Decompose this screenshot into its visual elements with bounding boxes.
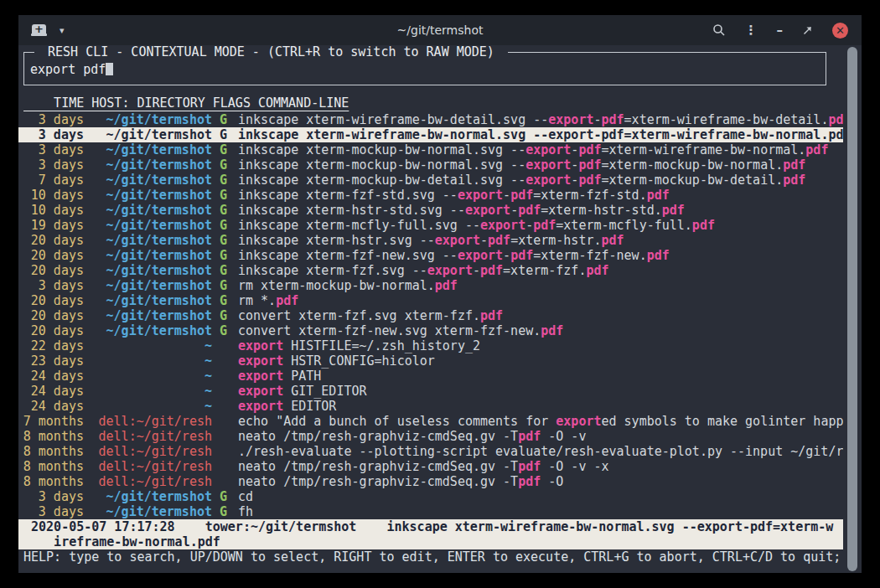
history-row[interactable]: 20 days~/git/termshotGinkscape xterm-fzf… xyxy=(18,248,843,263)
row-command: neato /tmp/resh-graphviz-cmdSeq.gv -Tpdf… xyxy=(238,459,843,474)
row-flags: G xyxy=(220,112,227,127)
history-row[interactable]: 24 days~export PATH xyxy=(18,369,843,384)
history-row[interactable]: 20 days~/git/termshotGconvert xterm-fzf-… xyxy=(18,323,843,338)
match-highlight: pdf xyxy=(578,157,601,173)
match-highlight: export xyxy=(525,157,571,173)
command-text: =xterm-wireframe-bw-detail. xyxy=(624,112,829,127)
row-host-directory: ~/git/termshot xyxy=(91,308,212,323)
match-highlight: export xyxy=(548,127,593,142)
row-command: convert xterm-fzf.svg xterm-fzf.pdf xyxy=(238,308,843,323)
history-row[interactable]: 3 days~/git/termshotGinkscape xterm-mock… xyxy=(18,142,843,157)
history-row[interactable]: 19 days~/git/termshotGinkscape xterm-mcf… xyxy=(18,218,843,233)
restore-button[interactable] xyxy=(802,25,813,36)
tab-dropdown-button[interactable]: ▾ xyxy=(60,25,65,36)
command-text: -O -v xyxy=(541,429,586,444)
history-row[interactable]: 3 days~/git/termshotGrm xterm-mockup-bw-… xyxy=(18,278,843,293)
match-highlight: export xyxy=(435,233,480,248)
close-button[interactable]: ✕ xyxy=(832,23,848,39)
match-highlight: export xyxy=(458,188,503,203)
history-row[interactable]: 20 days~/git/termshotGrm *.pdf xyxy=(18,293,843,308)
match-highlight: pdf xyxy=(647,188,670,203)
command-text: inkscape xterm-mockup-bw-normal.svg -- xyxy=(238,157,525,173)
desktop-background: + ▾ ~/git/termshot ⋮ – xyxy=(0,0,880,588)
history-row-selected[interactable]: 3 days~/git/termshotGinkscape xterm-wire… xyxy=(18,127,843,142)
row-flags xyxy=(220,414,227,429)
scrollbar[interactable] xyxy=(847,47,857,571)
history-row[interactable]: 10 days~/git/termshotGinkscape xterm-hst… xyxy=(18,203,843,218)
command-text: inkscape xterm-mockup-bw-normal.svg -- xyxy=(238,142,525,157)
history-row[interactable]: 3 days~/git/termshotGcd xyxy=(18,489,843,504)
command-text: inkscape xterm-hstr-std.svg -- xyxy=(238,203,465,218)
command-text: - xyxy=(503,188,510,203)
row-time: 7 months xyxy=(18,414,84,429)
minimize-icon: – xyxy=(777,23,784,38)
row-flags: G xyxy=(220,142,227,157)
history-row[interactable]: 3 days~/git/termshotGinkscape xterm-mock… xyxy=(18,157,843,173)
history-row[interactable]: 8 monthsdell:~/git/reshneato /tmp/resh-g… xyxy=(18,474,843,489)
terminal-content: RESH CLI - CONTEXTUAL MODE - (CTRL+R to … xyxy=(18,45,862,573)
close-icon: ✕ xyxy=(832,23,848,39)
row-host-directory: ~/git/termshot xyxy=(91,188,212,203)
minimize-button[interactable]: – xyxy=(777,23,784,38)
match-highlight: pdf xyxy=(578,142,601,157)
match-highlight: pdf xyxy=(276,293,298,308)
row-flags: G xyxy=(220,218,227,233)
titlebar[interactable]: + ▾ ~/git/termshot ⋮ – xyxy=(18,15,862,45)
command-text: -O xyxy=(541,474,563,489)
command-text: neato /tmp/resh-graphviz-cmdSeq.gv -T xyxy=(238,429,518,444)
command-text: rm xterm-mockup-bw-normal. xyxy=(238,278,435,293)
command-text: neato /tmp/resh-graphviz-cmdSeq.gv -T xyxy=(238,474,518,489)
history-row[interactable]: 23 days~export HSTR_CONFIG=hicolor xyxy=(18,353,843,369)
command-text: inkscape xterm-mcfly-full.svg -- xyxy=(238,218,480,233)
match-highlight: pdf xyxy=(518,203,541,218)
match-highlight: pd xyxy=(828,127,843,142)
history-row[interactable]: 3 days~/git/termshotGfh xyxy=(18,504,843,519)
history-row[interactable]: 22 days~export HISTFILE=~/.zsh_history_2 xyxy=(18,338,843,353)
status-line-2: ireframe-bw-normal.pdf xyxy=(18,534,843,549)
history-row[interactable]: 24 days~export EDITOR xyxy=(18,399,843,414)
history-row[interactable]: 3 days~/git/termshotGinkscape xterm-wire… xyxy=(18,112,843,127)
row-host-directory: ~/git/termshot xyxy=(91,127,212,142)
match-highlight: pdf xyxy=(783,173,805,188)
row-time: 20 days xyxy=(18,293,84,308)
terminal-window: + ▾ ~/git/termshot ⋮ – xyxy=(18,15,862,573)
menu-kebab-icon: ⋮ xyxy=(745,23,758,38)
row-command: inkscape xterm-mockup-bw-normal.svg --ex… xyxy=(238,157,843,173)
search-button[interactable] xyxy=(712,23,726,37)
scrollbar-thumb[interactable] xyxy=(847,47,857,571)
match-highlight: export xyxy=(525,142,571,157)
match-highlight: pd xyxy=(828,112,843,127)
row-host-directory: dell:~/git/resh xyxy=(91,459,212,474)
menu-button[interactable]: ⋮ xyxy=(745,23,758,38)
history-row[interactable]: 20 days~/git/termshotGconvert xterm-fzf.… xyxy=(18,308,843,323)
new-tab-button[interactable]: + xyxy=(32,24,46,36)
history-row[interactable]: 20 days~/git/termshotGinkscape xterm-hst… xyxy=(18,233,843,248)
row-flags: G xyxy=(220,293,227,308)
history-row[interactable]: 8 monthsdell:~/git/reshneato /tmp/resh-g… xyxy=(18,459,843,474)
history-row[interactable]: 24 days~export GIT_EDITOR xyxy=(18,384,843,399)
row-flags xyxy=(220,429,227,444)
command-text: -O -v -x xyxy=(541,459,608,474)
history-row[interactable]: 20 days~/git/termshotGinkscape xterm-fzf… xyxy=(18,263,843,278)
row-host-directory: ~/git/termshot xyxy=(91,173,212,188)
history-row[interactable]: 7 monthsdell:~/git/reshecho "Add a bunch… xyxy=(18,414,843,429)
match-highlight: pdf xyxy=(510,248,533,263)
row-flags xyxy=(220,459,227,474)
command-text: =xterm-mockup-bw-detail. xyxy=(601,173,783,188)
command-text: cd xyxy=(238,489,253,504)
match-highlight: pdf xyxy=(662,203,685,218)
history-row[interactable]: 7 days~/git/termshotGinkscape xterm-mock… xyxy=(18,173,843,188)
history-row[interactable]: 8 monthsdell:~/git/reshneato /tmp/resh-g… xyxy=(18,429,843,444)
command-text: fh xyxy=(238,504,253,519)
row-time: 3 days xyxy=(18,157,84,173)
history-row[interactable]: 8 monthsdell:~/git/resh./resh-evaluate -… xyxy=(18,444,843,459)
search-icon xyxy=(712,23,726,37)
history-row[interactable]: 10 days~/git/termshotGinkscape xterm-fzf… xyxy=(18,188,843,203)
match-highlight: export xyxy=(238,384,283,399)
command-text: GIT_EDITOR xyxy=(283,384,366,399)
match-highlight: export xyxy=(458,248,503,263)
match-highlight: pdf xyxy=(518,429,541,444)
row-time: 8 months xyxy=(18,444,84,459)
row-flags xyxy=(220,399,227,414)
row-command: rm xterm-mockup-bw-normal.pdf xyxy=(238,278,843,293)
